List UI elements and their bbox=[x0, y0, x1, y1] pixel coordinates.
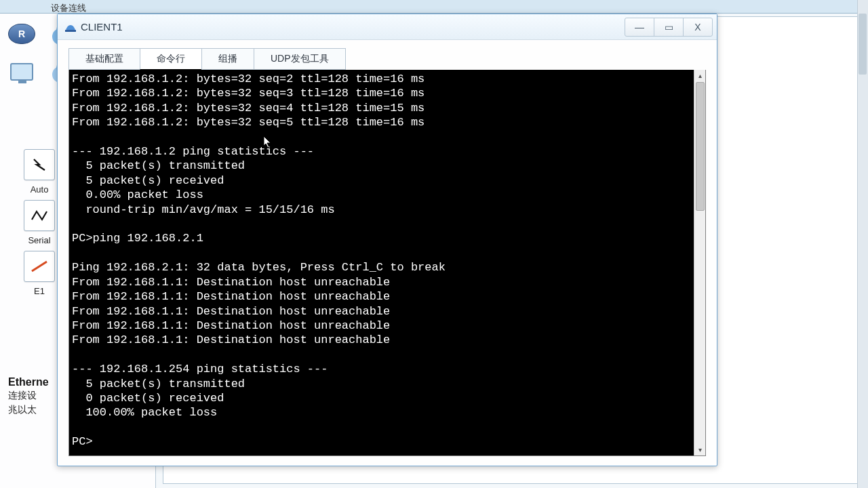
tab-basic-config[interactable]: 基础配置 bbox=[68, 48, 140, 70]
client1-window: CLIENT1 — ▭ X 基础配置 命令行 组播 UDP发包工具 From 1… bbox=[57, 14, 717, 466]
e1-line-icon bbox=[30, 260, 49, 273]
svg-rect-1 bbox=[65, 30, 76, 32]
ethernet-info: Etherne 连接设 兆以太 bbox=[8, 376, 49, 417]
tab-multicast[interactable]: 组播 bbox=[201, 48, 254, 70]
tool-auto[interactable]: Auto bbox=[19, 149, 60, 195]
device-panel-label: 设备连线 bbox=[51, 2, 86, 14]
tab-bar: 基础配置 命令行 组播 UDP发包工具 bbox=[68, 48, 706, 70]
close-button[interactable]: X bbox=[683, 18, 713, 37]
terminal-scrollbar[interactable]: ▴ ▾ bbox=[694, 70, 705, 455]
tab-command-line[interactable]: 命令行 bbox=[140, 48, 202, 70]
main-scrollbar[interactable] bbox=[857, 0, 868, 488]
scroll-up-icon[interactable]: ▴ bbox=[696, 71, 705, 80]
top-toolbar: 设备连线 bbox=[0, 0, 868, 14]
pc-icon[interactable] bbox=[7, 58, 37, 85]
window-title: CLIENT1 bbox=[81, 21, 123, 33]
terminal-scroll-thumb[interactable] bbox=[696, 82, 705, 211]
lightning-icon bbox=[30, 158, 49, 171]
tool-serial[interactable]: Serial bbox=[19, 200, 60, 245]
app-icon bbox=[64, 21, 77, 33]
ethernet-title: Etherne bbox=[8, 376, 49, 388]
minimize-button[interactable]: — bbox=[625, 18, 654, 37]
scroll-down-icon[interactable]: ▾ bbox=[696, 445, 705, 454]
router-icon[interactable] bbox=[7, 20, 37, 47]
svg-line-0 bbox=[32, 262, 47, 271]
tab-udp-tool[interactable]: UDP发包工具 bbox=[254, 48, 346, 70]
window-titlebar[interactable]: CLIENT1 — ▭ X bbox=[58, 14, 717, 40]
maximize-button[interactable]: ▭ bbox=[654, 18, 684, 37]
serial-line-icon bbox=[30, 209, 49, 222]
link-tool-column: Auto Serial E1 bbox=[19, 149, 60, 296]
tool-e1[interactable]: E1 bbox=[19, 251, 60, 296]
main-scrollbar-thumb[interactable] bbox=[859, 14, 867, 75]
terminal-output[interactable]: From 192.168.1.2: bytes=32 seq=2 ttl=128… bbox=[69, 70, 694, 455]
